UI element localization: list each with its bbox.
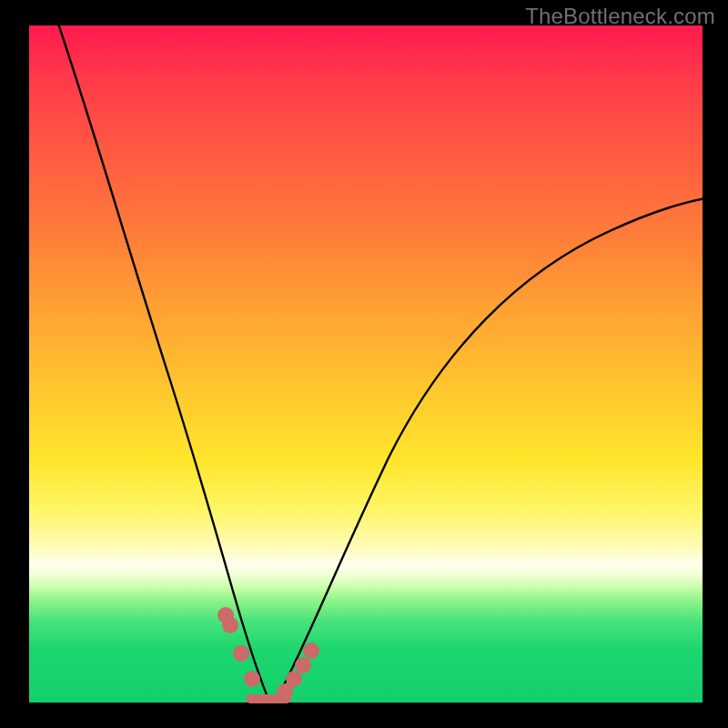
marker-dot [303, 642, 319, 659]
marker-dot [286, 671, 302, 687]
curve-left [56, 18, 268, 697]
marker-dot [295, 657, 311, 673]
curve-right [277, 198, 704, 699]
marker-dot [233, 645, 249, 662]
chart-overlay [29, 25, 703, 703]
marker-dot [222, 617, 238, 633]
marker-dot [244, 671, 260, 687]
outer-frame: TheBottleneck.com [0, 0, 728, 728]
